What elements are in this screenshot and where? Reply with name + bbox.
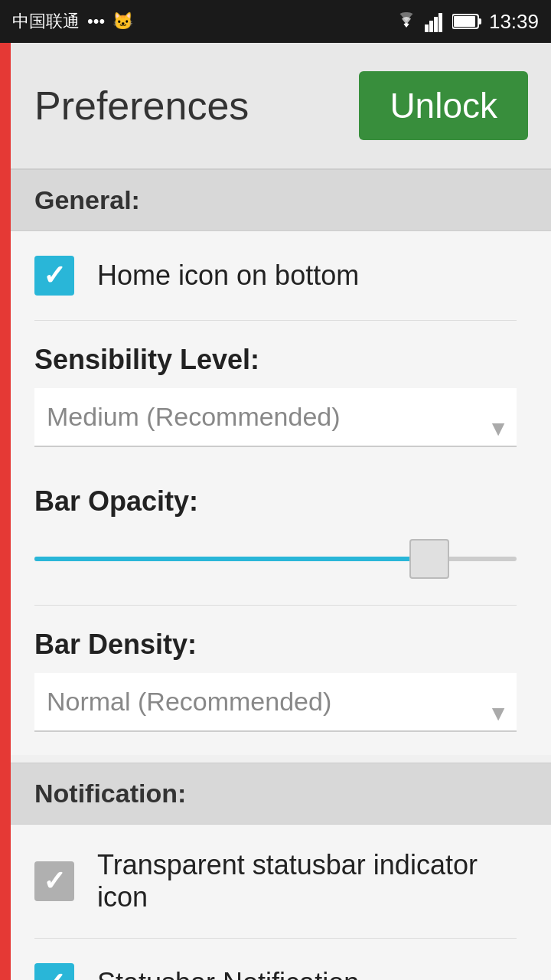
bar-opacity-label: Bar Opacity: xyxy=(34,485,517,518)
bar-density-wrapper[interactable]: Normal (Recommended) ▼ xyxy=(34,673,517,732)
status-bar: 中国联通 ••• 🐱 13:39 xyxy=(0,0,551,43)
sensibility-level-field: Sensibility Level: Medium (Recommended) … xyxy=(23,321,528,470)
general-content: ✓ Home icon on bottom Sensibility Level:… xyxy=(0,231,551,755)
status-right: 13:39 xyxy=(394,10,539,34)
svg-rect-5 xyxy=(478,18,481,24)
statusbar-notification-label: Statusbar Notification xyxy=(97,967,359,980)
svg-rect-0 xyxy=(425,24,429,32)
battery-icon xyxy=(452,13,483,30)
page-title: Preferences xyxy=(34,83,249,129)
svg-rect-1 xyxy=(429,21,433,32)
transparent-statusbar-label: Transparent statusbar indicator icon xyxy=(97,849,517,913)
statusbar-notification-checkbox[interactable]: ✓ xyxy=(34,963,74,980)
slider-thumb[interactable] xyxy=(409,539,449,579)
signal-icon xyxy=(425,11,446,32)
content-wrapper: Preferences Unlock General: ✓ Home icon … xyxy=(0,43,551,980)
carrier-text: 中国联通 xyxy=(12,10,80,33)
sensibility-level-wrapper[interactable]: Medium (Recommended) ▼ xyxy=(34,388,517,447)
sensibility-level-label: Sensibility Level: xyxy=(34,344,517,376)
notification-section-header: Notification: xyxy=(0,763,551,825)
bar-density-value[interactable]: Normal (Recommended) xyxy=(34,673,517,732)
slider-fill xyxy=(34,557,430,561)
unlock-button[interactable]: Unlock xyxy=(359,71,528,140)
status-left: 中国联通 ••• 🐱 xyxy=(12,10,133,33)
notification-content: ✓ Transparent statusbar indicator icon ✓… xyxy=(0,825,551,980)
red-accent-bar xyxy=(0,43,11,980)
check-mark-icon: ✓ xyxy=(43,260,66,292)
bar-opacity-section: Bar Opacity: xyxy=(23,470,528,605)
transparent-statusbar-checkbox[interactable]: ✓ xyxy=(34,861,74,901)
transparent-statusbar-row: ✓ Transparent statusbar indicator icon xyxy=(23,825,528,938)
home-icon-row: ✓ Home icon on bottom xyxy=(23,231,528,320)
svg-rect-2 xyxy=(434,17,438,32)
transparent-check-mark-icon: ✓ xyxy=(43,865,66,897)
statusbar-notification-row: ✓ Statusbar Notification xyxy=(23,939,528,980)
mascot-icon: 🐱 xyxy=(112,11,133,31)
header: Preferences Unlock xyxy=(0,43,551,169)
bar-opacity-slider[interactable] xyxy=(34,536,517,582)
wifi-icon xyxy=(394,11,419,32)
status-time: 13:39 xyxy=(489,10,539,34)
bar-density-dropdown-icon: ▼ xyxy=(487,701,509,726)
svg-rect-3 xyxy=(439,13,442,32)
sensibility-level-value[interactable]: Medium (Recommended) xyxy=(34,388,517,447)
home-icon-checkbox[interactable]: ✓ xyxy=(34,256,74,296)
dots-icon: ••• xyxy=(87,11,105,31)
statusbar-notification-check-icon: ✓ xyxy=(43,967,66,980)
general-section-header: General: xyxy=(0,169,551,231)
svg-rect-6 xyxy=(454,16,475,27)
bar-density-label: Bar Density: xyxy=(34,629,517,661)
home-icon-label: Home icon on bottom xyxy=(97,260,359,292)
sensibility-dropdown-icon: ▼ xyxy=(487,416,509,441)
bar-density-field: Bar Density: Normal (Recommended) ▼ xyxy=(23,606,528,755)
